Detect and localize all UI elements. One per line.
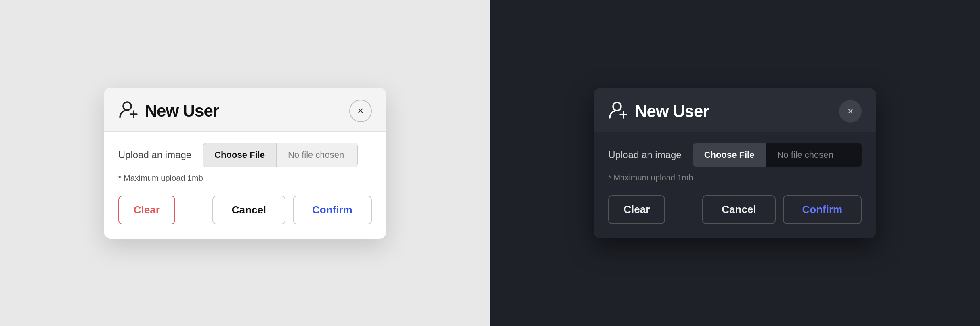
light-modal-footer: Clear Cancel Confirm (118, 196, 372, 224)
dark-modal-title: New User (635, 102, 709, 121)
light-confirm-button[interactable]: Confirm (293, 196, 372, 224)
dark-panel: New User × Upload an image Choose File N… (490, 0, 980, 326)
light-close-button[interactable]: × (349, 100, 372, 122)
dark-file-input-wrapper: Choose File No file chosen (693, 143, 862, 167)
dark-modal-footer: Clear Cancel Confirm (608, 195, 862, 224)
light-max-upload-note: * Maximum upload 1mb (118, 173, 372, 183)
light-close-icon: × (357, 104, 363, 117)
light-modal-header: New User × (104, 88, 386, 131)
dark-title-group: New User (608, 100, 709, 123)
dark-modal: New User × Upload an image Choose File N… (594, 88, 876, 238)
dark-upload-row: Upload an image Choose File No file chos… (608, 143, 862, 167)
light-file-input-wrapper: Choose File No file chosen (203, 143, 358, 167)
light-clear-button[interactable]: Clear (118, 196, 175, 224)
light-upload-label: Upload an image (118, 149, 191, 161)
dark-close-button[interactable]: × (839, 100, 862, 123)
dark-close-icon: × (848, 105, 854, 117)
light-no-file-text: No file chosen (277, 143, 357, 167)
svg-point-3 (613, 102, 621, 111)
light-cancel-button[interactable]: Cancel (212, 196, 285, 224)
dark-max-upload-note: * Maximum upload 1mb (608, 173, 862, 182)
light-panel: New User × Upload an image Choose File N… (0, 0, 490, 326)
light-modal-title: New User (145, 101, 219, 121)
dark-modal-header: New User × (594, 88, 876, 132)
dark-upload-label: Upload an image (608, 149, 681, 161)
dark-confirm-button[interactable]: Confirm (783, 195, 862, 224)
dark-user-plus-icon (608, 100, 629, 123)
dark-clear-button[interactable]: Clear (608, 195, 665, 224)
dark-no-file-text: No file chosen (766, 143, 862, 167)
light-choose-file-button[interactable]: Choose File (203, 143, 277, 167)
dark-modal-body: Upload an image Choose File No file chos… (594, 132, 876, 238)
dark-choose-file-button[interactable]: Choose File (693, 143, 766, 167)
light-modal: New User × Upload an image Choose File N… (104, 88, 386, 239)
light-title-group: New User (118, 100, 219, 122)
dark-cancel-button[interactable]: Cancel (702, 195, 775, 224)
light-modal-body: Upload an image Choose File No file chos… (104, 131, 386, 239)
svg-point-0 (123, 102, 131, 110)
user-plus-icon (118, 100, 139, 122)
light-upload-row: Upload an image Choose File No file chos… (118, 143, 372, 167)
